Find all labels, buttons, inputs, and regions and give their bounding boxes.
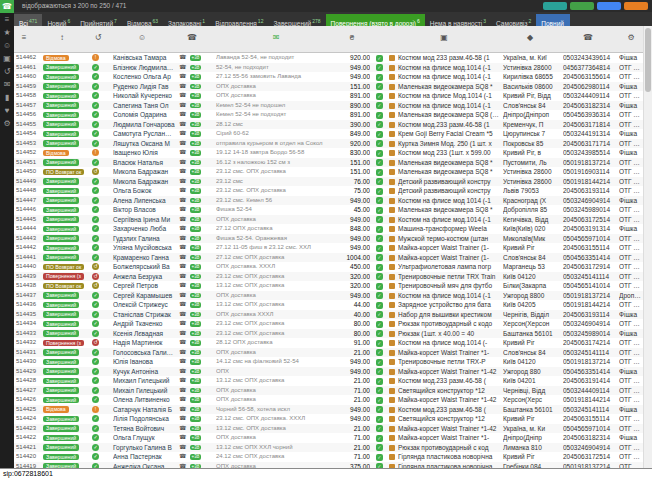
table-row[interactable]: 514448Завершений✓Ольга Божок☎+3823.12 см… — [14, 186, 644, 196]
phone-icon[interactable]: ☎ — [179, 129, 188, 139]
table-row[interactable]: 514439Повернення (з↺Анжела Безрука☎+3823… — [14, 272, 644, 282]
phone-icon[interactable]: ☎ — [179, 291, 188, 301]
contact-phone-icon[interactable]: ☎ — [583, 33, 593, 42]
contacts-icon[interactable]: ☺ — [0, 39, 14, 52]
phone-icon[interactable]: ☎ — [179, 243, 188, 253]
tab-accepted[interactable]: Прийнятий7 — [75, 14, 122, 26]
phone-icon[interactable]: ☎ — [179, 452, 188, 462]
tab-pickup[interactable]: Самовивіз2 — [491, 14, 536, 26]
menu-icon[interactable]: ≡ — [0, 13, 14, 26]
phone-icon[interactable]: ☎ — [179, 110, 188, 120]
phone-icon[interactable]: ☎ — [179, 215, 188, 225]
phone-icon[interactable]: ☎ — [179, 205, 188, 215]
phone-icon[interactable]: ☎ — [179, 101, 188, 111]
phone-icon[interactable]: ☎ — [179, 395, 188, 405]
favorites-icon[interactable]: ♥ — [0, 104, 14, 117]
table-row[interactable]: 514460Завершений✓Косленко Ольга Ар☎+3827… — [14, 72, 644, 82]
table-row[interactable]: 514432Повернення (з↺Надія Мартинюк☎+3828… — [14, 338, 644, 348]
refresh-icon[interactable]: ↺ — [95, 33, 102, 42]
table-row[interactable]: 514455Завершений✓Людмила Гончарова☎+3828… — [14, 120, 644, 130]
phone-icon[interactable]: ☎ — [179, 338, 188, 348]
refresh-icon[interactable]: ↺ — [0, 65, 14, 78]
table-row[interactable]: 514451Завершений✓Власюк Наталья☎+3816.12… — [14, 158, 644, 168]
table-row[interactable]: 514453Завершений✓Ляшутка Оксана М☎+38отп… — [14, 139, 644, 149]
phone-icon[interactable]: ☎ — [179, 120, 188, 130]
phone-icon[interactable]: ☎ — [179, 53, 188, 63]
row-menu-icon[interactable]: ≡ — [22, 33, 27, 42]
product-icon[interactable]: ▣ — [440, 33, 448, 42]
phone-icon[interactable]: ☎ — [179, 148, 188, 158]
table-row[interactable]: 514434Завершений✓Андрій Ткаченко☎+3823.1… — [14, 319, 644, 329]
table-row[interactable]: 514423Завершений✓Тетяна Войтович☎+3813.1… — [14, 424, 644, 434]
table-row[interactable]: 514428Завершений✓Михаил Гилецький☎+3813.… — [14, 376, 644, 386]
stats-icon[interactable]: ▮ — [0, 91, 14, 104]
star-icon[interactable]: ★ — [0, 26, 14, 39]
table-row[interactable]: 514440ПО Возврат ок↺Болжелярський Ва☎+38… — [14, 262, 644, 272]
comments-icon[interactable]: ✉ — [273, 33, 280, 42]
table-row[interactable]: 514447Завершений✓Алена Липенська☎+3823.1… — [14, 196, 644, 206]
table-row[interactable]: 514437Завершений✓Сергей Карамышев☎+38ОПХ… — [14, 291, 644, 301]
table-row[interactable]: 514457Завершений✓Сапегина Таня Ол☎+38Кем… — [14, 101, 644, 111]
table-row[interactable]: 514446Завершений✓Віктор Власов☎+38Фишка … — [14, 205, 644, 215]
orders-icon[interactable]: ▣ — [0, 52, 14, 65]
table-row[interactable]: 514435Завершений✓Станіслав Стрижак☎+38ОП… — [14, 310, 644, 320]
table-row[interactable]: 514459Завершений✓Руденко Лидія Гав☎+38ОП… — [14, 82, 644, 92]
delivery-icon[interactable]: ◆ — [527, 33, 533, 42]
tab-new[interactable]: Новий6 — [42, 14, 75, 26]
table-row[interactable]: 514427Завершений✓Михаіл Гилецький☎+38ОПХ… — [14, 386, 644, 396]
table-row[interactable]: 514422Завершений✓Ольга Глущук☎+38ОПХ дос… — [14, 433, 644, 443]
phone-icon[interactable]: ☎ — [179, 319, 188, 329]
topbar-chip-orange[interactable] — [624, 2, 648, 10]
phone-icon[interactable]: ☎ — [179, 357, 188, 367]
phone-icon[interactable]: ☎ — [179, 224, 188, 234]
phone-icon[interactable]: ☎ — [179, 405, 188, 415]
phone-icon[interactable]: ☎ — [179, 167, 188, 177]
table-row[interactable]: 514461Завершений✓Блізнюк Людмила Ан☎+385… — [14, 63, 644, 73]
table-row[interactable]: 514454Завершений✓Самотуга Руслана Во☎+38… — [14, 129, 644, 139]
customer-icon[interactable]: ☺ — [138, 33, 146, 42]
vertical-scrollbar[interactable] — [643, 26, 652, 469]
status-sort-icon[interactable]: ↕ — [60, 33, 64, 42]
phone-icon[interactable]: ☎ — [187, 33, 197, 42]
tab-full[interactable]: Повний — [536, 14, 570, 26]
phone-icon[interactable]: ☎ — [179, 177, 188, 187]
table-row[interactable]: 514441Завершений✓Крамаренко Ганна☎+3827.… — [14, 253, 644, 263]
phone-icon[interactable]: ☎ — [179, 272, 188, 282]
topbar-chip-teal[interactable] — [543, 2, 567, 10]
phone-icon[interactable]: ☎ — [179, 310, 188, 320]
topbar-chip-blue[interactable] — [597, 2, 621, 10]
table-row[interactable]: 514433Завершений✓Ксенія Лєвадная☎+3823.1… — [14, 329, 644, 339]
table-row[interactable]: 514430Завершений✓Юлія Іванова☎+3814.12 с… — [14, 357, 644, 367]
phone-icon[interactable]: ☎ — [179, 72, 188, 82]
phone-icon[interactable]: ☎ — [179, 367, 188, 377]
table-row[interactable]: 514458Завершений✓Николай Кучеренко☎+38ОП… — [14, 91, 644, 101]
scrollbar-thumb[interactable] — [645, 28, 651, 92]
phone-icon[interactable]: ☎ — [179, 139, 188, 149]
table-row[interactable]: 514445Завершений✓Сергіївна Ірина Ми☎+38О… — [14, 215, 644, 225]
phone-icon[interactable]: ☎ — [179, 63, 188, 73]
phone-icon[interactable]: ☎ — [179, 329, 188, 339]
table-row[interactable]: 514442Завершений✓Уліяна Мусійовська☎+382… — [14, 243, 644, 253]
phone-icon[interactable]: ☎ — [179, 82, 188, 92]
table-row[interactable]: 514424Завершений✓Лілія Подолянська☎+3823… — [14, 414, 644, 424]
phone-icon[interactable]: ☎ — [179, 234, 188, 244]
table-row[interactable]: 514436Завершений✓Олексій Стрижеус☎+3813.… — [14, 300, 644, 310]
phone-icon[interactable]: ☎ — [179, 348, 188, 358]
table-row[interactable]: 514421Завершений✓Горгулько Галина В☎+381… — [14, 443, 644, 453]
phone-icon[interactable]: ☎ — [179, 414, 188, 424]
settings-icon[interactable]: ⚙ — [0, 117, 14, 130]
tab-returned-transit[interactable]: Повернення (взято в дорозі)6 — [326, 14, 425, 26]
phone-icon[interactable]: ☎ — [179, 443, 188, 453]
settings-icon[interactable]: ⚙ — [627, 33, 634, 42]
phone-icon[interactable]: ☎ — [0, 0, 14, 13]
table-row[interactable]: 514429Завершений✓Кучук Антоніна☎+38ОПХ94… — [14, 367, 644, 377]
table-row[interactable]: 514426Завершений✓Олена Литвиненко☎+38ОПХ… — [14, 395, 644, 405]
tab-refused[interactable]: Відмова63 — [122, 14, 163, 26]
phone-icon[interactable]: ☎ — [179, 91, 188, 101]
phone-icon[interactable]: ☎ — [179, 196, 188, 206]
table-row[interactable]: 514456Завершений✓Соломія Одарина☎+38Кеме… — [14, 110, 644, 120]
table-row[interactable]: 514420Завершений✓Анна Пастернак☎+3824.12… — [14, 452, 644, 462]
mail-icon[interactable]: ✉ — [0, 78, 14, 91]
table-row[interactable]: 514444Завершений✓Захарченко Люба☎+3827.1… — [14, 224, 644, 234]
table-row[interactable]: 514452Відмова!Іващенко Юлія☎+3819.12 14-… — [14, 148, 644, 158]
